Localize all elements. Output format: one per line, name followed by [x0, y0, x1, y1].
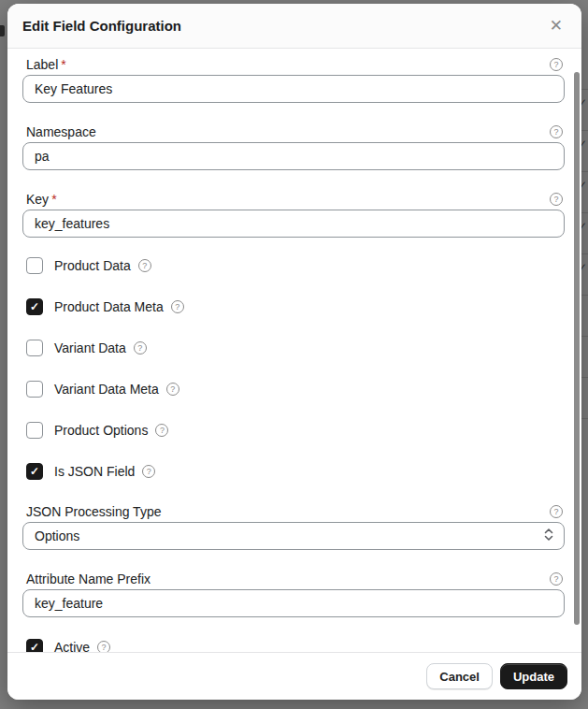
key-field-label: Key*	[26, 192, 57, 207]
cancel-button[interactable]: Cancel	[426, 663, 493, 689]
background-check-icon: ✓	[581, 180, 587, 191]
help-icon[interactable]: ?	[142, 465, 155, 478]
modal-footer: Cancel Update	[7, 652, 581, 700]
background-check-icon: ✓	[581, 262, 587, 273]
checkbox-label: Product Data	[54, 258, 131, 273]
namespace-input[interactable]	[22, 142, 565, 170]
variant-data-checkbox-row: ✓ Variant Data ?	[26, 340, 565, 356]
background-row-divider	[581, 212, 588, 213]
checkbox-label: Product Data Meta	[54, 299, 164, 314]
product-options-checkbox[interactable]: ✓	[26, 422, 43, 439]
background-check-icon: ✓	[581, 97, 587, 109]
help-icon[interactable]: ?	[550, 572, 563, 586]
select-updown-icon	[544, 528, 553, 544]
attribute-name-prefix-input[interactable]	[22, 589, 565, 617]
variant-data-meta-checkbox-row: ✓ Variant Data Meta ?	[26, 381, 565, 398]
edit-field-configuration-modal: Edit Field Configuration ✕ Label* ? Name…	[7, 4, 581, 700]
active-checkbox[interactable]: ✓	[26, 639, 43, 652]
variant-data-meta-checkbox[interactable]: ✓	[26, 381, 43, 398]
key-field-block: Key* ?	[22, 190, 565, 238]
label-field-block: Label* ?	[22, 55, 565, 103]
background-row-divider	[581, 377, 588, 378]
modal-header: Edit Field Configuration ✕	[7, 4, 581, 49]
label-field-label: Label*	[26, 57, 66, 72]
modal-scroll-area: Label* ? Namespace ? Key* ? ✓ Product Da…	[7, 50, 581, 652]
check-icon: ✓	[30, 301, 39, 312]
help-icon[interactable]: ?	[171, 300, 184, 313]
attribute-name-prefix-label: Attribute Name Prefix	[26, 572, 151, 586]
help-icon[interactable]: ?	[97, 641, 110, 652]
json-processing-type-block: JSON Processing Type ? Options	[22, 502, 565, 550]
active-checkbox-row: ✓ Active ?	[26, 639, 565, 652]
help-icon[interactable]: ?	[138, 259, 151, 272]
json-processing-type-select[interactable]: Options	[22, 522, 565, 550]
checkbox-label: Product Options	[54, 423, 148, 438]
background-row-divider	[581, 295, 588, 296]
background-page-fragment	[0, 25, 5, 36]
background-row-divider	[581, 253, 588, 254]
json-processing-type-label: JSON Processing Type	[26, 504, 161, 519]
update-button[interactable]: Update	[500, 663, 567, 689]
help-icon[interactable]: ?	[550, 58, 563, 71]
background-row-divider	[581, 130, 588, 131]
product-data-checkbox[interactable]: ✓	[26, 257, 43, 274]
check-icon: ✓	[30, 642, 39, 652]
help-icon[interactable]: ?	[550, 505, 563, 518]
modal-title: Edit Field Configuration	[22, 18, 181, 34]
help-icon[interactable]: ?	[155, 424, 168, 437]
namespace-field-block: Namespace ?	[22, 123, 565, 170]
background-row-divider	[581, 171, 588, 172]
is-json-field-checkbox-row: ✓ Is JSON Field ?	[26, 463, 565, 480]
required-asterisk: *	[61, 57, 65, 72]
check-icon: ✓	[30, 466, 39, 477]
required-asterisk: *	[51, 192, 56, 207]
modal-scrollbar-thumb[interactable]	[574, 72, 580, 625]
variant-data-checkbox[interactable]: ✓	[26, 340, 43, 356]
background-row-divider	[581, 418, 588, 419]
selected-option: Options	[35, 528, 79, 543]
background-table-strip: ✓ ✓ ✓ ✓ ✓	[581, 0, 588, 709]
checkbox-label: Variant Data	[54, 340, 126, 355]
background-row-divider	[581, 89, 588, 90]
product-options-checkbox-row: ✓ Product Options ?	[26, 422, 565, 439]
help-icon[interactable]: ?	[550, 193, 563, 206]
key-input[interactable]	[22, 210, 565, 238]
background-row-divider	[581, 336, 588, 337]
help-icon[interactable]: ?	[166, 383, 179, 396]
attribute-name-prefix-block: Attribute Name Prefix ?	[22, 570, 565, 617]
help-icon[interactable]: ?	[134, 341, 147, 354]
namespace-field-label: Namespace	[26, 124, 99, 139]
background-check-icon: ✓	[581, 221, 587, 232]
label-input[interactable]	[22, 75, 565, 103]
checkbox-label: Is JSON Field	[54, 464, 135, 479]
close-icon[interactable]: ✕	[546, 16, 566, 36]
product-data-meta-checkbox-row: ✓ Product Data Meta ?	[26, 298, 565, 315]
product-data-checkbox-row: ✓ Product Data ?	[26, 257, 565, 274]
checkbox-label: Active	[54, 640, 90, 652]
product-data-meta-checkbox[interactable]: ✓	[26, 298, 43, 315]
is-json-field-checkbox[interactable]: ✓	[26, 463, 43, 480]
background-check-icon: ✓	[581, 138, 587, 150]
help-icon[interactable]: ?	[550, 125, 563, 138]
checkbox-label: Variant Data Meta	[54, 382, 159, 397]
